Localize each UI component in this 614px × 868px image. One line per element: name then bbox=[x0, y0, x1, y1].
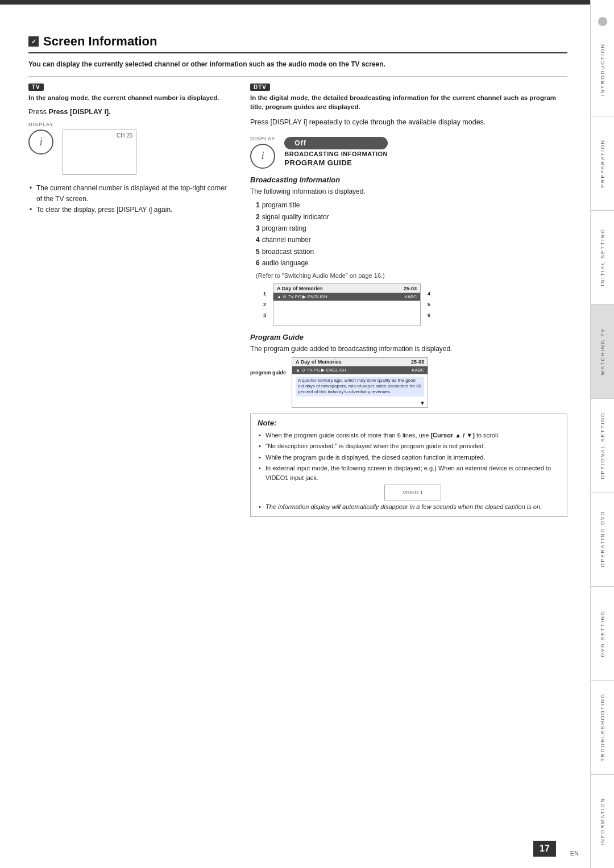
program-guide-diagram: A Day of Memories 25-03 ▲ ⊙ TV-PG ▶ ENGL… bbox=[292, 357, 428, 408]
tv-bullet-2: To clear the display, press [DISPLAY i] … bbox=[28, 205, 233, 215]
dtv-badge: DTV bbox=[250, 84, 270, 91]
sidebar-section-information: INFORMATION bbox=[591, 775, 615, 868]
top-decorative-bar bbox=[0, 0, 590, 5]
note-list: When the program guide consists of more … bbox=[258, 431, 560, 501]
diag-label-1: 1 bbox=[263, 289, 266, 299]
broadcasting-info-title: Broadcasting Information bbox=[250, 176, 567, 184]
bi-item-4: 4channel number bbox=[256, 234, 567, 245]
sidebar-label-operating-dvd: OPERATING DVD bbox=[600, 511, 605, 567]
tv-display-button-circle: i bbox=[28, 130, 53, 155]
page-number: 17 bbox=[533, 841, 556, 857]
sidebar-label-initial-setting: INITIAL SETTING bbox=[600, 228, 605, 286]
section-intro: You can display the currently selected c… bbox=[28, 59, 540, 69]
bi-item-1: 1program title bbox=[256, 199, 567, 211]
note-4: In external input mode, the following sc… bbox=[258, 464, 560, 500]
bi-item-5: 5broadcast station bbox=[256, 246, 567, 257]
dtv-mode-sequence: Off BROADCASTING INFORMATION PROGRAM GUI… bbox=[284, 137, 388, 167]
tv-badge: TV bbox=[28, 84, 44, 91]
broadcasting-diagram: A Day of Memories 25-03 ▲ ⊙ TV-PG ▶ ENGL… bbox=[267, 283, 443, 326]
sidebar-section-operating-dvd: OPERATING DVD bbox=[591, 493, 615, 586]
sidebar-section-watching-tv: WATCHING TV bbox=[591, 304, 615, 398]
bi-item-2: 2signal quality indicator bbox=[256, 211, 567, 223]
tv-display-illustration: DISPLAY i CH 25 bbox=[28, 122, 233, 175]
bi-item-3: 3program rating bbox=[256, 223, 567, 234]
sidebar-section-dvd-setting: DVD SETTING bbox=[591, 587, 615, 681]
refer-note: (Refer to "Switching Audio Mode" on page… bbox=[256, 272, 567, 279]
diag-label-4: 4 bbox=[428, 289, 430, 299]
diag-label-3: 3 bbox=[263, 310, 266, 321]
broadcasting-info-intro: The following information is displayed. bbox=[250, 186, 567, 197]
dtv-mode-broadcasting: BROADCASTING INFORMATION bbox=[284, 151, 388, 157]
dtv-mode-guide: PROGRAM GUIDE bbox=[284, 158, 388, 167]
tv-channel-num: CH 25 bbox=[117, 132, 132, 139]
tv-press-label: Press Press [DISPLAY i]. bbox=[28, 108, 233, 116]
diag-label-5: 5 bbox=[428, 299, 430, 310]
sidebar: INTRODUCTION PREPARATION INITIAL SETTING… bbox=[590, 0, 614, 868]
sidebar-label-introduction: INTRODUCTION bbox=[600, 43, 605, 96]
dtv-display-button-circle: i bbox=[250, 144, 275, 169]
diag-label-6: 6 bbox=[428, 310, 430, 321]
section-header: ✓ Screen Information bbox=[28, 34, 567, 53]
tv-bullet-list: The current channel number is displayed … bbox=[28, 183, 233, 216]
dtv-column: DTV In the digital mode, the detailed br… bbox=[250, 82, 567, 517]
dtv-mode-off: Off bbox=[284, 137, 388, 149]
dtv-mode-desc: In the digital mode, the detailed broadc… bbox=[250, 93, 567, 111]
broadcasting-info-list: 1program title 2signal quality indicator… bbox=[256, 199, 567, 269]
diag-label-2: 2 bbox=[263, 299, 266, 310]
video1-box: VIDEO 1 bbox=[384, 485, 441, 500]
bi-item-6: 6audio language bbox=[256, 257, 567, 269]
note-2: "No description provided." is displayed … bbox=[258, 441, 560, 451]
sidebar-label-dvd-setting: DVD SETTING bbox=[600, 610, 605, 657]
sidebar-label-preparation: PREPARATION bbox=[600, 139, 605, 187]
sidebar-label-troubleshooting: TROUBLESHOOTING bbox=[600, 693, 605, 762]
tv-column: TV In the analog mode, the current chann… bbox=[28, 82, 233, 517]
dtv-display-label: DISPLAY bbox=[250, 136, 275, 141]
dtv-press-text: Press [DISPLAY i] repeatedly to cycle th… bbox=[250, 117, 567, 128]
program-guide-title: Program Guide bbox=[250, 333, 567, 341]
tv-display-label: DISPLAY bbox=[28, 122, 53, 127]
note-title: Note: bbox=[258, 419, 560, 427]
program-guide-diagram-wrap: program guide A Day of Memories 25-03 ▲ … bbox=[250, 357, 567, 408]
dtv-display-seq: DISPLAY i Off BROADCASTING INFORMATION P… bbox=[250, 136, 567, 169]
sidebar-section-initial-setting: INITIAL SETTING bbox=[591, 211, 615, 304]
sidebar-section-troubleshooting: TROUBLESHOOTING bbox=[591, 681, 615, 774]
note-3: While the program guide is displayed, th… bbox=[258, 453, 560, 462]
sidebar-section-introduction: INTRODUCTION bbox=[591, 23, 615, 116]
page-lang: EN bbox=[570, 850, 579, 857]
tv-bullet-1: The current channel number is displayed … bbox=[28, 183, 233, 205]
sidebar-label-optional-setting: OPTIONAL SETTING bbox=[600, 412, 605, 479]
sidebar-section-optional-setting: OPTIONAL SETTING bbox=[591, 399, 615, 493]
sidebar-section-preparation: PREPARATION bbox=[591, 116, 615, 210]
note-box: Note: When the program guide consists of… bbox=[250, 414, 567, 517]
program-guide-intro: The program guide added to broadcasting … bbox=[250, 344, 567, 354]
sidebar-label-watching-tv: WATCHING TV bbox=[600, 328, 605, 375]
sidebar-label-information: INFORMATION bbox=[600, 798, 605, 845]
tv-channel-box: CH 25 bbox=[63, 130, 136, 175]
pg-label: program guide bbox=[250, 370, 286, 375]
section-icon: ✓ bbox=[28, 36, 39, 47]
page-title: Screen Information bbox=[43, 34, 157, 49]
tv-mode-desc: In the analog mode, the current channel … bbox=[28, 93, 233, 102]
note-5: The information display will automatical… bbox=[258, 503, 560, 511]
note-1: When the program guide consists of more … bbox=[258, 431, 560, 440]
